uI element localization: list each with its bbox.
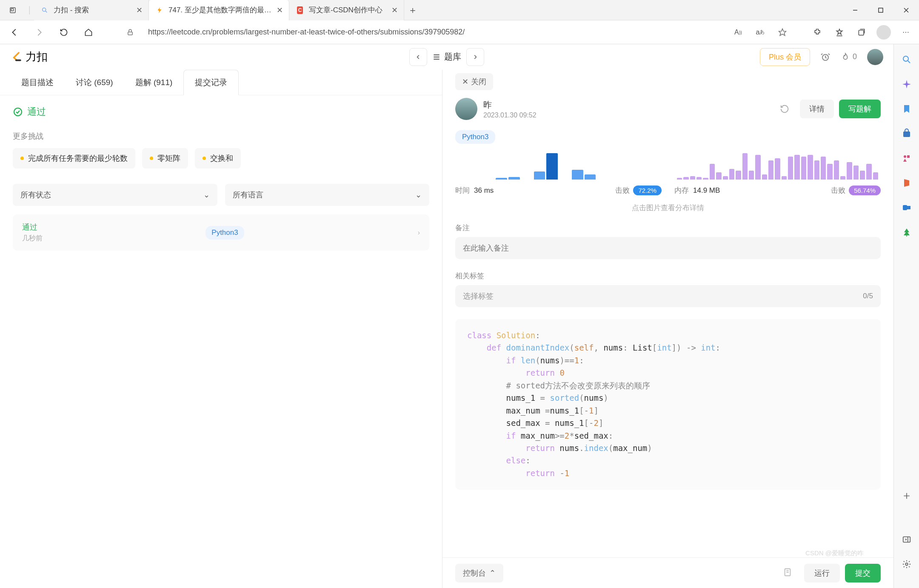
tab-description[interactable]: 题目描述 <box>10 70 65 95</box>
office-icon[interactable] <box>900 176 913 190</box>
tabs-menu-icon[interactable] <box>0 0 26 20</box>
chart-bar <box>866 164 871 180</box>
chart-bar <box>729 169 734 180</box>
submission-avatar[interactable] <box>455 98 477 120</box>
prev-problem-button[interactable] <box>409 48 427 66</box>
tab-submissions[interactable]: 提交记录 <box>183 70 239 95</box>
svg-rect-28 <box>903 205 907 210</box>
share-icon[interactable] <box>778 102 791 116</box>
read-aloud-icon[interactable]: A)) <box>729 24 747 41</box>
browser-tab-3[interactable]: C 写文章-CSDN创作中心 ✕ <box>289 0 404 20</box>
memory-chart[interactable]: 内存 14.9 MB 击败56.74% <box>674 152 881 195</box>
streak-counter[interactable]: 0 <box>841 52 857 62</box>
challenge-chip[interactable]: 零矩阵 <box>142 148 188 168</box>
problems-link[interactable]: 题库 <box>432 51 461 63</box>
tab-separator: │ <box>26 0 34 20</box>
user-avatar[interactable] <box>867 49 883 65</box>
status-filter[interactable]: 所有状态⌄ <box>13 184 217 206</box>
lock-icon[interactable] <box>120 24 140 41</box>
chart-bar <box>710 164 715 180</box>
tags-input[interactable]: 选择标签 0/5 <box>455 285 881 307</box>
close-window-button[interactable] <box>893 0 919 20</box>
more-icon[interactable]: ⋯ <box>897 24 915 41</box>
close-icon[interactable]: ✕ <box>387 6 398 15</box>
back-button[interactable] <box>4 24 25 41</box>
sidebar-toggle-icon[interactable] <box>900 533 913 546</box>
right-panel: ✕关闭 昨 2023.01.30 09:52 详情 写题解 <box>442 70 893 588</box>
sparkle-icon[interactable] <box>900 77 913 91</box>
search-icon <box>40 6 49 15</box>
outlook-icon[interactable] <box>900 201 913 214</box>
browser-tab-2[interactable]: 747. 至少是其他数字两倍的最大数 ✕ <box>149 0 289 20</box>
submit-button[interactable]: 提交 <box>845 564 881 582</box>
chart-bar <box>794 155 799 180</box>
close-icon[interactable]: ✕ <box>272 6 283 15</box>
svg-rect-12 <box>859 30 864 35</box>
add-sidebar-icon[interactable]: ＋ <box>900 488 913 502</box>
bottom-bar: 控制台⌃ 运行 提交 <box>442 557 893 588</box>
close-panel-button[interactable]: ✕关闭 <box>455 73 493 90</box>
svg-rect-24 <box>903 131 910 137</box>
watermark: CSDN @爱睡觉的咋 <box>805 549 864 557</box>
time-chart[interactable]: 时间 36 ms 击败72.2% <box>455 152 662 195</box>
tab-title: 力扣 - 搜索 <box>54 5 132 15</box>
new-tab-button[interactable]: ＋ <box>404 0 421 20</box>
plus-button[interactable]: Plus 会员 <box>760 48 810 66</box>
translate-icon[interactable]: aあ <box>751 24 769 41</box>
profile-avatar[interactable] <box>875 24 893 41</box>
run-button[interactable]: 运行 <box>804 564 840 582</box>
games-icon[interactable] <box>900 151 913 165</box>
refresh-button[interactable] <box>54 24 74 41</box>
shopping-icon[interactable] <box>900 127 913 140</box>
challenge-chip[interactable]: 完成所有任务需要的最少轮数 <box>13 148 135 168</box>
write-solution-button[interactable]: 写题解 <box>839 100 881 118</box>
language-filter[interactable]: 所有语言⌄ <box>225 184 430 206</box>
chart-bar <box>860 171 865 180</box>
chart-bar <box>749 171 754 180</box>
home-button[interactable] <box>78 24 99 41</box>
browser-tab-1[interactable]: 力扣 - 搜索 ✕ <box>34 0 149 20</box>
svg-rect-26 <box>907 155 910 158</box>
chart-bar <box>775 158 780 180</box>
submission-username: 昨 <box>483 99 537 111</box>
mem-value: 14.9 MB <box>693 186 720 195</box>
time-beats: 72.2% <box>633 186 662 195</box>
chart-bar <box>768 160 773 180</box>
tab-discuss[interactable]: 讨论 (659) <box>65 70 124 95</box>
search-sidebar-icon[interactable] <box>900 53 913 66</box>
next-problem-button[interactable] <box>466 48 484 66</box>
notes-icon[interactable] <box>781 568 794 579</box>
submission-row[interactable]: 通过 几秒前 Python3 › <box>13 214 429 251</box>
extensions-icon[interactable] <box>808 24 826 41</box>
minimize-button[interactable] <box>842 0 868 20</box>
time-label: 时间 <box>455 186 470 195</box>
chart-bar <box>696 177 702 180</box>
streak-count: 0 <box>853 52 857 61</box>
console-button[interactable]: 控制台⌃ <box>455 564 503 582</box>
chart-bar <box>840 176 845 180</box>
url-input[interactable] <box>145 24 725 41</box>
browser-titlebar: │ 力扣 - 搜索 ✕ 747. 至少是其他数字两倍的最大数 ✕ C 写文章-C… <box>0 0 919 20</box>
tab-solutions[interactable]: 题解 (911) <box>124 70 184 95</box>
svg-line-3 <box>46 11 47 12</box>
settings-sidebar-icon[interactable] <box>900 557 913 571</box>
lc-logo[interactable]: 力扣 <box>10 49 48 64</box>
tree-icon[interactable] <box>900 225 913 239</box>
favorite-icon[interactable] <box>773 24 791 41</box>
alarm-icon[interactable] <box>820 52 831 62</box>
details-button[interactable]: 详情 <box>800 100 834 118</box>
favorites-bar-icon[interactable] <box>831 24 848 41</box>
notes-label: 备注 <box>455 223 881 233</box>
chart-bar <box>847 162 852 180</box>
bookmark-sidebar-icon[interactable] <box>900 102 913 116</box>
collections-icon[interactable] <box>853 24 870 41</box>
problems-label: 题库 <box>444 51 461 63</box>
close-icon[interactable]: ✕ <box>132 6 143 15</box>
challenge-chip[interactable]: 交换和 <box>195 148 241 168</box>
svg-rect-30 <box>906 235 907 237</box>
maximize-button[interactable] <box>868 0 893 20</box>
svg-marker-9 <box>779 29 786 35</box>
chart-bar <box>762 174 767 180</box>
edge-sidebar: ＋ <box>893 44 919 588</box>
notes-input[interactable] <box>455 237 881 259</box>
